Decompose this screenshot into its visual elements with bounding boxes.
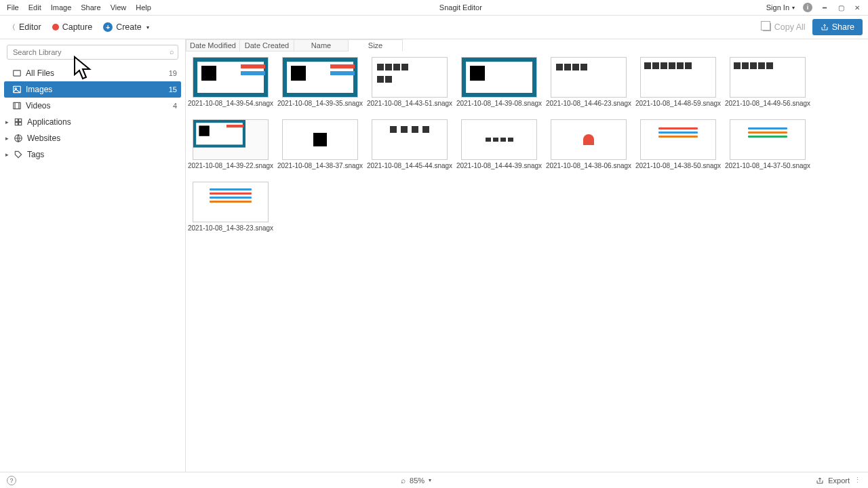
- file-name: 2021-10-08_14-39-08.snagx: [456, 100, 542, 107]
- zoom-search-icon[interactable]: ⌕: [401, 476, 406, 485]
- sidebar-item-tags[interactable]: ▸ Tags: [4, 146, 181, 163]
- signin-button[interactable]: Sign In ▾: [766, 3, 795, 12]
- user-avatar-icon[interactable]: i: [803, 3, 812, 12]
- plus-icon: +: [103, 22, 113, 32]
- create-button[interactable]: + Create ▾: [100, 20, 152, 34]
- sidebar-item-websites[interactable]: ▸ Websites: [4, 130, 181, 146]
- sidebar-item-applications[interactable]: ▸ Applications: [4, 114, 181, 130]
- folder-icon: [12, 68, 22, 78]
- sidebar-item-label: Images: [26, 85, 52, 94]
- svg-rect-5: [19, 119, 22, 121]
- svg-rect-7: [19, 123, 22, 125]
- file-name: 2021-10-08_14-48-59.snagx: [635, 100, 721, 107]
- chevron-right-icon: ▸: [5, 135, 12, 142]
- file-thumbnail[interactable]: 2021-10-08_14-39-35.snagx: [282, 57, 358, 107]
- export-icon: [816, 476, 824, 485]
- file-name: 2021-10-08_14-37-50.snagx: [725, 162, 810, 169]
- file-name: 2021-10-08_14-49-56.snagx: [725, 100, 810, 107]
- thumbnail-preview: [282, 119, 358, 160]
- share-label: Share: [832, 22, 854, 32]
- file-thumbnail[interactable]: 2021-10-08_14-39-22.snagx: [193, 119, 269, 169]
- titlebar: File Edit Image Share View Help Snagit E…: [0, 0, 868, 15]
- copy-all-button[interactable]: Copy All: [763, 22, 806, 32]
- file-grid: 2021-10-08_14-39-54.snagx2021-10-08_14-3…: [186, 53, 868, 472]
- thumbnail-preview: [551, 57, 627, 98]
- content-area: Date Modified Date Created Name Size 202…: [186, 39, 868, 472]
- window-title: Snagit Editor: [155, 3, 766, 12]
- tag-icon: [14, 150, 23, 159]
- file-thumbnail[interactable]: 2021-10-08_14-46-23.snagx: [551, 57, 627, 107]
- file-name: 2021-10-08_14-38-23.snagx: [188, 224, 273, 232]
- window-controls: Sign In ▾ i ━ ▢ ✕: [766, 3, 865, 12]
- sidebar-item-label: Videos: [26, 101, 50, 110]
- share-button[interactable]: Share: [812, 19, 863, 35]
- chevron-down-icon: ▾: [429, 477, 431, 483]
- file-thumbnail[interactable]: 2021-10-08_14-45-44.snagx: [372, 119, 448, 169]
- sidebar-item-all-files[interactable]: All Files 19: [4, 65, 181, 81]
- search-input[interactable]: [7, 45, 178, 60]
- image-icon: [12, 85, 22, 94]
- chevron-right-icon: ▸: [5, 151, 12, 158]
- menu-share[interactable]: Share: [77, 2, 104, 13]
- sidebar-item-count: 15: [169, 85, 177, 94]
- file-thumbnail[interactable]: 2021-10-08_14-38-37.snagx: [282, 119, 358, 169]
- file-name: 2021-10-08_14-38-37.snagx: [277, 162, 363, 169]
- sidebar: ⌕ All Files 19 Images 15 Videos 4 ▸: [0, 39, 186, 472]
- share-icon: [821, 23, 829, 31]
- capture-button[interactable]: Capture: [50, 20, 95, 34]
- menu-help[interactable]: Help: [132, 2, 155, 13]
- thumbnail-preview: [372, 119, 448, 160]
- sidebar-item-images[interactable]: Images 15: [4, 81, 181, 98]
- file-thumbnail[interactable]: 2021-10-08_14-39-08.snagx: [461, 57, 537, 107]
- thumbnail-preview: [551, 119, 627, 160]
- globe-icon: [14, 134, 23, 143]
- chevron-down-icon: ▾: [146, 24, 149, 30]
- close-button[interactable]: ✕: [853, 3, 861, 12]
- copy-all-label: Copy All: [774, 22, 806, 32]
- svg-rect-3: [14, 102, 21, 108]
- file-thumbnail[interactable]: 2021-10-08_14-44-39.snagx: [461, 119, 537, 169]
- file-thumbnail[interactable]: 2021-10-08_14-43-51.snagx: [372, 57, 448, 107]
- minimize-button[interactable]: ━: [821, 3, 829, 12]
- sidebar-item-count: 4: [173, 102, 177, 110]
- menu-image[interactable]: Image: [47, 2, 76, 13]
- tab-date-created[interactable]: Date Created: [240, 39, 294, 52]
- thumbnail-preview: [372, 57, 448, 98]
- tab-name[interactable]: Name: [294, 39, 349, 52]
- svg-rect-6: [15, 123, 18, 125]
- thumbnail-preview: [193, 119, 269, 160]
- thumbnail-preview: [730, 119, 806, 160]
- menu-edit[interactable]: Edit: [24, 2, 45, 13]
- help-button[interactable]: ?: [7, 476, 16, 485]
- file-name: 2021-10-08_14-46-23.snagx: [546, 100, 631, 107]
- zoom-level[interactable]: 85%: [410, 476, 425, 485]
- tab-size[interactable]: Size: [349, 39, 403, 52]
- menu-file[interactable]: File: [3, 2, 23, 13]
- sidebar-item-label: All Files: [26, 68, 54, 78]
- editor-label: Editor: [19, 22, 41, 32]
- statusbar: ? ⌕ 85% ▾ Export ⋮: [0, 472, 868, 488]
- sidebar-item-videos[interactable]: Videos 4: [4, 98, 181, 114]
- thumbnail-preview: [193, 57, 269, 98]
- export-button[interactable]: Export: [828, 476, 850, 485]
- tab-date-modified[interactable]: Date Modified: [186, 39, 240, 52]
- file-thumbnail[interactable]: 2021-10-08_14-49-56.snagx: [730, 57, 806, 107]
- file-thumbnail[interactable]: 2021-10-08_14-38-23.snagx: [193, 182, 269, 232]
- file-name: 2021-10-08_14-43-51.snagx: [367, 100, 452, 107]
- toolbar: 〈 Editor Capture + Create ▾ Copy All Sha…: [0, 15, 868, 39]
- chevron-left-icon: 〈: [8, 22, 16, 33]
- file-thumbnail[interactable]: 2021-10-08_14-39-54.snagx: [193, 57, 269, 107]
- thumbnail-preview: [461, 57, 537, 98]
- kebab-icon[interactable]: ⋮: [854, 476, 861, 485]
- maximize-button[interactable]: ▢: [837, 3, 845, 12]
- thumbnail-preview: [193, 182, 269, 222]
- sidebar-item-label: Tags: [27, 150, 44, 159]
- chevron-right-icon: ▸: [5, 119, 12, 125]
- file-thumbnail[interactable]: 2021-10-08_14-38-50.snagx: [640, 119, 716, 169]
- editor-back-button[interactable]: 〈 Editor: [5, 20, 44, 35]
- file-thumbnail[interactable]: 2021-10-08_14-37-50.snagx: [730, 119, 806, 169]
- svg-rect-4: [15, 119, 18, 121]
- menu-view[interactable]: View: [106, 2, 131, 13]
- file-thumbnail[interactable]: 2021-10-08_14-38-06.snagx: [551, 119, 627, 169]
- file-thumbnail[interactable]: 2021-10-08_14-48-59.snagx: [640, 57, 716, 107]
